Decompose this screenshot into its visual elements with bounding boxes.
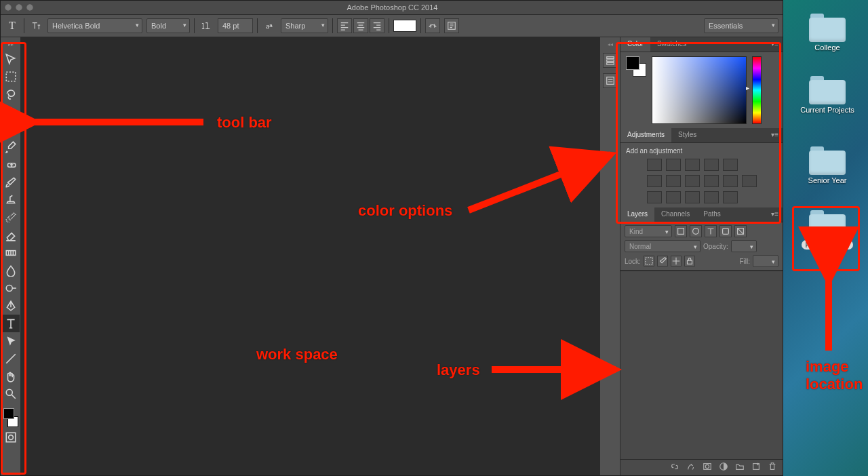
adj-threshold-button[interactable] [685, 191, 700, 203]
text-orientation-icon[interactable] [28, 18, 43, 33]
lasso-tool[interactable] [2, 85, 20, 103]
adj-posterize-button[interactable] [666, 191, 681, 203]
type-tool-preset-icon[interactable]: T [5, 18, 20, 33]
adj-colorbalance-button[interactable] [666, 175, 681, 187]
clone-stamp-tool[interactable] [2, 191, 20, 209]
history-brush-tool[interactable] [2, 209, 20, 226]
layer-fx-icon[interactable] [686, 462, 696, 474]
layer-kind-dropdown[interactable]: Kind [625, 225, 672, 237]
adj-invert-button[interactable] [647, 191, 662, 203]
gradient-tool[interactable] [2, 244, 20, 262]
styles-tab[interactable]: Styles [671, 128, 703, 142]
lock-image-icon[interactable] [657, 256, 668, 266]
maximize-icon[interactable] [26, 4, 33, 11]
dock-grip-icon[interactable]: ◂◂ [608, 41, 613, 47]
toolbar-grip-icon[interactable]: ▸▸ [8, 41, 14, 47]
lock-trans-icon[interactable] [644, 256, 654, 266]
layer-mask-icon[interactable] [703, 462, 712, 474]
lock-all-icon[interactable] [684, 256, 695, 266]
new-adjlayer-icon[interactable] [719, 462, 728, 474]
marquee-tool[interactable] [2, 68, 20, 85]
filter-type-icon[interactable] [705, 225, 717, 237]
character-panel-button[interactable] [444, 18, 459, 33]
layers-panel-menu-icon[interactable]: ▾≡ [767, 207, 783, 222]
adj-exposure-button[interactable] [704, 159, 719, 171]
adj-vibrance-button[interactable] [723, 159, 738, 171]
text-color-swatch[interactable] [393, 20, 416, 32]
hue-slider[interactable] [752, 56, 762, 124]
new-layer-icon[interactable] [751, 462, 761, 474]
quick-select-tool[interactable] [2, 103, 20, 121]
paths-tab[interactable]: Paths [696, 207, 728, 222]
adj-selectivecolor-button[interactable] [723, 191, 738, 203]
line-tool[interactable] [2, 350, 20, 368]
window-controls[interactable] [5, 4, 33, 11]
properties-panel-icon[interactable] [603, 73, 618, 88]
color-panel-menu-icon[interactable]: ▾≡ [767, 37, 783, 52]
channels-tab[interactable]: Channels [654, 207, 696, 222]
adjustments-tab[interactable]: Adjustments [620, 128, 671, 142]
adj-photofilter-button[interactable] [704, 175, 719, 187]
layers-tab[interactable]: Layers [620, 207, 654, 222]
dodge-tool[interactable] [2, 279, 20, 297]
align-right-button[interactable] [370, 18, 384, 33]
warp-text-button[interactable] [425, 18, 440, 33]
filter-adjust-icon[interactable] [690, 225, 702, 237]
color-tab[interactable]: Color [620, 37, 650, 52]
layers-list[interactable] [620, 271, 783, 459]
spot-heal-tool[interactable] [2, 156, 20, 174]
history-panel-icon[interactable] [603, 53, 618, 68]
move-tool[interactable] [2, 50, 20, 68]
hand-tool[interactable] [2, 368, 20, 385]
opacity-field[interactable] [731, 240, 757, 252]
lock-pos-icon[interactable] [671, 256, 682, 266]
path-select-tool[interactable] [2, 332, 20, 350]
adj-gradientmap-button[interactable] [704, 191, 719, 203]
color-field-caret-icon[interactable]: ▸ [746, 84, 749, 92]
fg-bg-swatch[interactable] [2, 407, 20, 429]
adj-channelmixer-button[interactable] [723, 175, 738, 187]
type-tool[interactable] [2, 315, 20, 332]
swatches-tab[interactable]: Swatches [650, 37, 693, 52]
antialias-dropdown[interactable]: Sharp [281, 18, 328, 33]
eyedropper-tool[interactable] [2, 138, 20, 156]
align-center-button[interactable] [353, 18, 368, 33]
pen-tool[interactable] [2, 297, 20, 315]
eraser-tool[interactable] [2, 226, 20, 244]
adj-brightness-button[interactable] [647, 159, 662, 171]
minimize-icon[interactable] [16, 4, 22, 11]
color-panel-fgbg[interactable] [626, 56, 646, 77]
color-field[interactable]: ▸ [652, 56, 747, 124]
fill-field[interactable] [753, 255, 778, 267]
adjustments-panel-menu-icon[interactable]: ▾≡ [767, 128, 783, 142]
align-left-button[interactable] [337, 18, 352, 33]
font-style-dropdown[interactable]: Bold [146, 18, 190, 33]
filter-pixels-icon[interactable] [675, 225, 687, 237]
crop-tool[interactable] [2, 121, 20, 138]
font-family-dropdown[interactable]: Helvetica Bold [47, 18, 142, 33]
brush-tool[interactable] [2, 174, 20, 191]
adj-hue-button[interactable] [647, 175, 662, 187]
new-group-icon[interactable] [735, 462, 745, 474]
fg-color-swatch[interactable] [3, 408, 14, 419]
workspace-canvas[interactable] [21, 37, 599, 475]
adj-bw-button[interactable] [685, 175, 700, 187]
desktop-folder[interactable]: Current Projects [787, 76, 868, 114]
adj-colorlookup-button[interactable] [742, 175, 757, 187]
zoom-tool[interactable] [2, 385, 20, 403]
filter-smart-icon[interactable] [734, 225, 747, 237]
desktop-folder[interactable]: College [787, 14, 868, 52]
desktop-folder[interactable]: Senior Year [787, 146, 868, 184]
delete-layer-icon[interactable] [768, 462, 777, 474]
quickmask-tool[interactable] [2, 429, 20, 446]
filter-shape-icon[interactable] [719, 225, 732, 237]
workspace-dropdown[interactable]: Essentials [704, 18, 778, 33]
desktop-folder[interactable]: Heyo Tutorial [787, 210, 868, 250]
close-icon[interactable] [5, 4, 12, 11]
blend-mode-dropdown[interactable]: Normal [625, 240, 701, 252]
adj-levels-button[interactable] [666, 159, 681, 171]
adj-curves-button[interactable] [685, 159, 700, 171]
font-size-field[interactable]: 48 pt [218, 18, 253, 33]
link-layers-icon[interactable] [670, 462, 679, 474]
blur-tool[interactable] [2, 262, 20, 279]
